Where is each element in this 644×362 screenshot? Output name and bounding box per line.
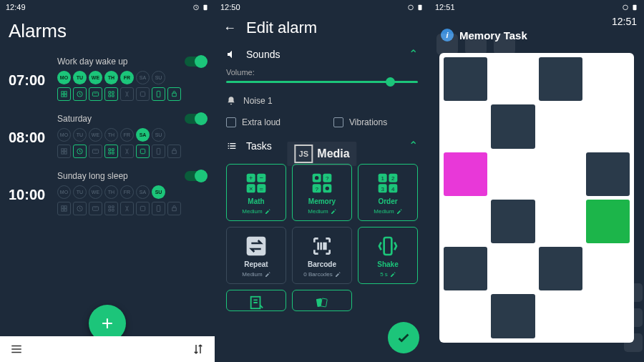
alarm-feature-icon[interactable] [104,145,118,158]
day-badge[interactable]: SA [136,71,150,84]
memory-cell[interactable] [491,247,535,290]
vibrations-option[interactable]: Vibrations [322,112,429,133]
alarm-feature-icon[interactable] [152,87,165,101]
memory-cell[interactable] [444,152,487,196]
alarm-row[interactable]: 07:00 Work day wake up MOTUWETHFRSASU [0,52,215,109]
day-badge[interactable]: SA [136,128,150,142]
day-badge[interactable]: TU [73,128,87,142]
task-card-barcode[interactable]: Barcode 0 Barcodes [292,227,352,284]
memory-cell[interactable] [539,247,582,290]
day-badge[interactable]: WE [89,185,102,199]
task-card-partial[interactable] [226,290,286,311]
memory-cell[interactable] [539,294,582,338]
alarm-feature-icon[interactable] [167,87,181,101]
alarm-feature-icon[interactable] [89,202,102,215]
alarm-feature-icon[interactable] [89,87,102,101]
day-badge[interactable]: MO [57,71,71,84]
memory-cell[interactable] [586,104,630,148]
day-badge[interactable]: FR [120,71,134,84]
memory-cell[interactable] [539,57,582,101]
alarm-feature-icon[interactable] [120,87,134,101]
svg-rect-11 [64,149,67,151]
day-badge[interactable]: FR [120,128,134,142]
day-badge[interactable]: SA [136,185,150,199]
day-badge[interactable]: TH [104,71,118,84]
noise-option[interactable]: Noise 1 [215,90,429,112]
alarm-feature-icon[interactable] [89,145,102,158]
memory-cell[interactable] [491,57,535,101]
svg-rect-10 [62,149,64,151]
menu-icon[interactable] [10,343,23,356]
memory-cell[interactable] [491,104,535,148]
memory-cell[interactable] [444,104,487,148]
memory-cell[interactable] [444,200,487,243]
task-card-memory[interactable]: ?? Memory Medium [292,164,352,221]
alarm-feature-icon[interactable] [152,202,165,215]
alarm-feature-icon[interactable] [104,202,118,215]
volume-slider[interactable] [215,78,429,90]
alarm-row[interactable]: 10:00 Sunday long sleep MOTUWETHFRSASU [0,167,215,224]
confirm-button[interactable] [388,322,419,353]
alarm-feature-icon[interactable] [73,87,87,101]
alarm-feature-icon[interactable] [73,145,87,158]
alarm-feature-icon[interactable] [136,202,150,215]
memory-cell[interactable] [444,247,487,290]
alarm-time: 10:00 [9,171,49,215]
svg-rect-56 [321,298,327,307]
memory-cell[interactable] [539,104,582,148]
back-button[interactable]: ← [223,21,236,36]
memory-cell[interactable] [586,152,630,196]
task-card-shake[interactable]: Shake 5 s [358,227,418,284]
alarm-feature-icon[interactable] [57,87,71,101]
memory-icon: ?? [311,172,333,195]
day-badge[interactable]: SU [152,128,165,142]
day-badge[interactable]: MO [57,128,71,142]
memory-cell[interactable] [444,57,487,101]
task-card-partial[interactable] [292,290,352,311]
day-badge[interactable]: WE [89,71,102,84]
memory-cell[interactable] [539,152,582,196]
day-badge[interactable]: TH [104,185,118,199]
alarm-feature-icon[interactable] [120,145,134,158]
day-badge[interactable]: SU [152,71,165,84]
memory-cell[interactable] [491,152,535,196]
day-badge[interactable]: TU [73,71,87,84]
task-card-order[interactable]: 1234 Order Medium [358,164,418,221]
memory-cell[interactable] [444,294,487,338]
alarm-row[interactable]: 08:00 Saturday MOTUWETHFRSASU [0,109,215,167]
memory-cell[interactable] [586,57,630,101]
day-badge[interactable]: MO [57,185,71,199]
alarm-feature-icon[interactable] [73,202,87,215]
day-badge[interactable]: SU [152,185,165,199]
day-badge[interactable]: TU [73,185,87,199]
sounds-section[interactable]: Sounds ⌃ [215,41,429,67]
day-badge[interactable]: TH [104,128,118,142]
day-badge[interactable]: FR [120,185,134,199]
alarm-feature-icon[interactable] [136,145,150,158]
alarm-feature-icon[interactable] [152,145,165,158]
alarm-toggle[interactable] [185,114,206,124]
alarm-toggle[interactable] [185,57,206,67]
task-subtitle: Medium [242,208,270,215]
memory-cell[interactable] [539,200,582,243]
alarm-feature-icon[interactable] [167,202,181,215]
task-card-repeat[interactable]: Repeat Medium [226,227,286,284]
alarm-feature-icon[interactable] [167,145,181,158]
memory-cell[interactable] [491,200,535,243]
memory-cell[interactable] [586,200,630,243]
sort-icon[interactable] [192,343,205,356]
alarm-feature-icon[interactable] [104,87,118,101]
task-card-math[interactable]: +−×= Math Medium [226,164,286,221]
memory-cell[interactable] [491,294,535,338]
alarm-feature-icon[interactable] [57,145,71,158]
extra-loud-option[interactable]: Extra loud [215,112,322,133]
status-icons [622,4,638,11]
alarm-toggle[interactable] [185,171,206,181]
alarm-feature-icon[interactable] [57,202,71,215]
task-subtitle: 0 Barcodes [303,271,340,278]
day-badge[interactable]: WE [89,128,102,142]
alarm-feature-icon[interactable] [120,202,134,215]
svg-rect-58 [633,5,637,11]
task-subtitle: Medium [242,271,270,278]
alarm-feature-icon[interactable] [136,87,150,101]
